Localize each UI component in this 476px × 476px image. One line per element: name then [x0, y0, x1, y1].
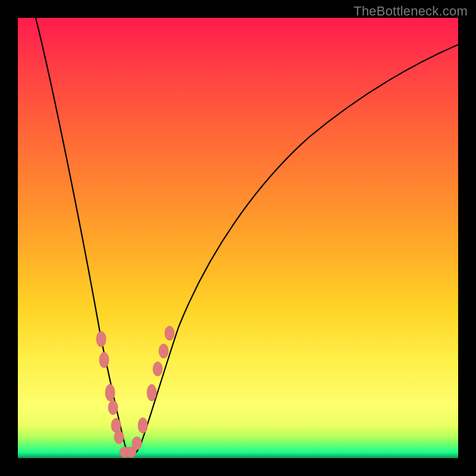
curve-sample-marker [99, 352, 109, 368]
plot-area [18, 18, 458, 458]
curve-sample-marker [105, 384, 115, 401]
bottleneck-curve-path [36, 18, 458, 455]
curve-sample-marker [96, 331, 106, 347]
curve-svg [18, 18, 458, 458]
curve-sample-marker [111, 418, 121, 433]
curve-sample-marker [147, 384, 156, 401]
curve-sample-marker [114, 431, 124, 444]
curve-sample-marker [108, 400, 118, 415]
watermark-text: TheBottleneck.com [353, 4, 468, 19]
curve-sample-marker [165, 326, 174, 340]
curve-group [36, 18, 458, 455]
chart-frame: TheBottleneck.com [0, 0, 476, 476]
curve-sample-marker [138, 418, 148, 433]
curve-sample-marker [132, 437, 142, 450]
curve-sample-marker [159, 344, 168, 358]
curve-sample-marker [153, 362, 162, 376]
marker-group [96, 326, 174, 458]
